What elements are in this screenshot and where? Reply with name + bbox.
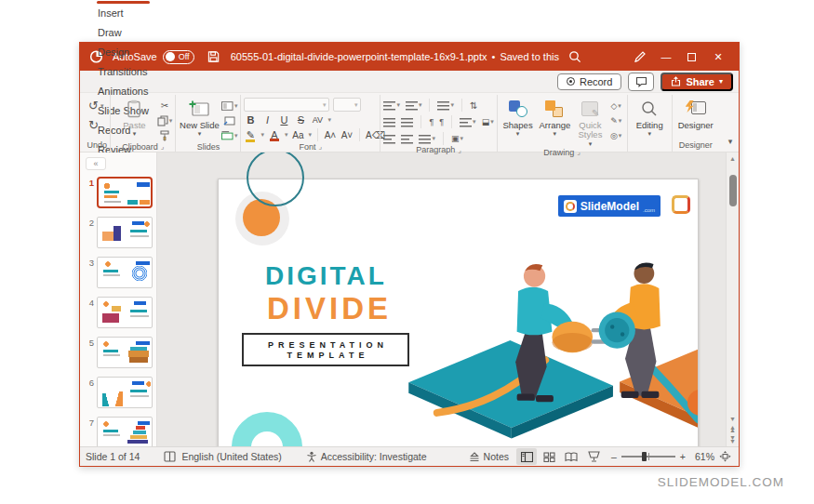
slideshow-view-button[interactable] [583, 448, 604, 465]
ribbon-tab[interactable]: Design [89, 43, 157, 62]
reset-slide-button[interactable] [221, 114, 237, 126]
slide-subtitle-box[interactable]: PRESENTATION TEMPLATE [242, 333, 409, 366]
format-painter-button[interactable] [156, 129, 172, 141]
align-text-button[interactable]: ⬓▾ [482, 117, 494, 126]
dialog-launcher-icon[interactable]: ⌟ [319, 142, 323, 151]
slide-thumbnail[interactable]: 3 [80, 257, 156, 288]
slide-canvas[interactable]: DIGITAL DIVIDE PRESENTATION TEMPLATE Sli… [218, 179, 699, 446]
decrease-font-size-button[interactable]: A˅ [340, 130, 354, 140]
columns-button[interactable]: ▾ [460, 117, 476, 127]
ribbon-tab[interactable]: Insert [89, 4, 157, 23]
collapse-thumbnails-button[interactable]: « [86, 157, 106, 170]
list-level-button[interactable]: ▾ [437, 100, 454, 111]
slide-sorter-view-button[interactable] [539, 448, 559, 465]
shapes-button[interactable]: Shapes ▾ [500, 98, 536, 138]
scrollbar-thumb[interactable] [729, 175, 737, 206]
collapse-ribbon-button[interactable]: ▾ [719, 133, 742, 152]
zoom-percentage[interactable]: 61% [690, 451, 714, 462]
bullets-button[interactable]: ▾ [383, 100, 400, 111]
proofing-icon[interactable] [164, 451, 176, 462]
slide-thumbnail-image[interactable] [97, 297, 153, 328]
slide-thumbnail[interactable]: 5 [80, 337, 156, 368]
editing-button[interactable]: Editing ▾ [631, 98, 669, 138]
numbering-button[interactable]: ▾ [406, 100, 422, 111]
align-left-button[interactable] [383, 134, 395, 144]
language-indicator[interactable]: English (United States) [181, 451, 281, 462]
fit-slide-button[interactable] [719, 451, 731, 462]
zoom-slider-thumb[interactable] [642, 452, 647, 461]
cut-button[interactable]: ✂ [156, 99, 172, 112]
designer-button[interactable]: Designer [675, 98, 716, 130]
slide-thumbnail[interactable]: 7 [80, 417, 156, 446]
slide-thumbnail-image[interactable] [97, 417, 153, 446]
slide-thumbnail-image[interactable] [97, 217, 153, 248]
clear-formatting-button[interactable]: A⌫ [366, 130, 379, 140]
decrease-indent-button[interactable] [383, 117, 395, 127]
ribbon-tab[interactable]: Draw [89, 23, 157, 43]
record-button[interactable]: Record [557, 73, 621, 90]
redo-button[interactable]: ↻ [88, 118, 99, 132]
accessibility-status[interactable]: Accessibility: Investigate [306, 451, 427, 462]
slide-thumbnail-image[interactable] [97, 257, 153, 288]
maximize-button[interactable] [679, 43, 705, 71]
slide-thumbnail-image[interactable] [97, 337, 153, 368]
text-direction-button[interactable]: ¶ [429, 117, 434, 126]
section-button[interactable]: ▾ [221, 129, 237, 141]
paragraph-marks-button[interactable]: ¶ [439, 117, 444, 126]
document-title[interactable]: 60555-01-digital-divide-powerpoint-templ… [231, 51, 562, 62]
shape-effects-button[interactable]: ◎▾ [608, 129, 624, 141]
search-icon[interactable] [562, 43, 588, 71]
ink-pen-icon[interactable] [627, 43, 653, 71]
normal-view-button[interactable] [516, 448, 537, 465]
italic-button[interactable]: I [260, 114, 274, 126]
new-slide-button[interactable]: New Slide ▾ [179, 98, 220, 138]
font-color-button[interactable]: A [268, 129, 281, 140]
convert-smartart-button[interactable]: ▣▾ [451, 134, 463, 143]
slide-layout-button[interactable]: ▾ [221, 99, 237, 112]
share-button[interactable]: Share ▾ [661, 73, 733, 91]
undo-button[interactable]: ↺▾ [88, 99, 103, 113]
save-icon[interactable] [207, 50, 220, 63]
font-name-combo[interactable]: ▾ [244, 98, 329, 112]
slide-thumbnail[interactable]: 6 [80, 377, 156, 408]
align-right-button[interactable]: ▾ [419, 134, 435, 144]
dialog-launcher-icon[interactable]: ⌟ [161, 142, 165, 151]
zoom-in-button[interactable]: + [680, 451, 686, 462]
previous-slide-button[interactable]: ▲▲ [729, 426, 736, 433]
notes-toggle[interactable]: Notes [469, 451, 509, 462]
strikethrough-button[interactable]: S [294, 114, 307, 126]
slide-thumbnail[interactable]: 2 [80, 217, 156, 248]
slide-title-divide[interactable]: DIVIDE [267, 291, 392, 326]
scroll-down-arrow[interactable]: ▼ [729, 416, 736, 422]
scroll-up-arrow[interactable]: ▲ [729, 155, 736, 162]
increase-indent-button[interactable] [401, 117, 413, 127]
slide-thumbnail-image[interactable] [97, 377, 153, 408]
font-size-combo[interactable]: ▾ [333, 98, 361, 112]
increase-font-size-button[interactable]: A˄ [324, 130, 337, 140]
ribbon-tab[interactable]: Transitions [89, 62, 157, 82]
zoom-slider[interactable] [621, 456, 675, 458]
slide-thumbnail[interactable]: 1 [80, 177, 156, 208]
comments-button[interactable] [628, 73, 654, 91]
minimize-button[interactable]: — [653, 43, 679, 71]
slide-thumbnail-image[interactable] [97, 177, 153, 208]
next-slide-button[interactable]: ▼▼ [729, 436, 736, 444]
vertical-scrollbar[interactable]: ▲ ▼ ▲▲ ▼▼ [726, 153, 739, 446]
shape-outline-button[interactable]: ✎▾ [608, 114, 624, 126]
highlight-color-button[interactable]: ✎ [244, 129, 257, 141]
paste-button[interactable]: Paste ▾ [113, 98, 154, 138]
zoom-out-button[interactable]: – [611, 451, 617, 462]
quick-styles-button[interactable]: Quick Styles ▾ [574, 98, 606, 148]
slide-thumbnail[interactable]: 4 [80, 297, 156, 328]
autosave-toggle[interactable]: Off [163, 50, 194, 64]
character-spacing-button[interactable]: AV [311, 115, 324, 125]
reading-view-button[interactable] [561, 448, 581, 465]
shape-fill-button[interactable]: ◇▾ [608, 99, 624, 112]
slide-counter[interactable]: Slide 1 of 14 [86, 451, 140, 462]
arrange-button[interactable]: Arrange ▾ [537, 98, 572, 138]
bold-button[interactable]: B [244, 114, 257, 126]
change-case-button[interactable]: Aa [291, 130, 304, 140]
align-center-button[interactable] [401, 134, 413, 144]
slide-title-digital[interactable]: DIGITAL [265, 261, 387, 291]
line-spacing-button[interactable]: ⇅ [470, 100, 477, 111]
